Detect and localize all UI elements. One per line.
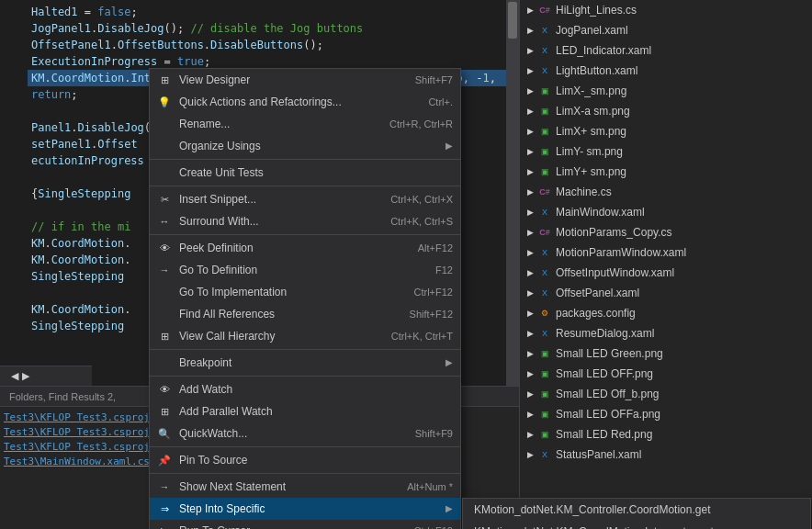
- submenu-item[interactable]: KMotion_dotNet.KM_Controller.CoordMotion…: [463, 499, 810, 521]
- menu-item-shortcut: Ctrl+F10: [414, 520, 454, 529]
- menu-item-icon: →: [157, 263, 172, 277]
- menu-item-arrow: ▶: [445, 498, 453, 520]
- file-icon: ▣: [537, 427, 552, 442]
- solution-item[interactable]: ▶ ▣ LimX-a sm.png: [520, 101, 812, 121]
- menu-item-view-designer[interactable]: ⊞ View Designer Shift+F7: [150, 69, 460, 91]
- menu-item-find-all-references[interactable]: Find All References Shift+F12: [150, 303, 460, 325]
- menu-item-label: Insert Snippet...: [179, 188, 383, 210]
- solution-item[interactable]: ▶ X MainWindow.xaml: [520, 202, 812, 222]
- file-icon: X: [537, 245, 552, 260]
- scrollbar-thumb[interactable]: [508, 2, 517, 39]
- vertical-scrollbar[interactable]: [506, 0, 519, 386]
- menu-item-label: Add Parallel Watch: [179, 400, 453, 422]
- menu-item-surround-with[interactable]: ↔ Surround With... Ctrl+K, Ctrl+S: [150, 210, 460, 232]
- solution-item[interactable]: ▶ ▣ LimX+ sm.png: [520, 121, 812, 141]
- file-name: LightButton.xaml: [556, 61, 637, 81]
- menu-separator: [150, 473, 460, 474]
- menu-item-arrow: ▶: [445, 135, 453, 157]
- menu-item-quickwatch[interactable]: 🔍 QuickWatch... Shift+F9: [150, 422, 460, 445]
- result-link[interactable]: Test3\KFLOP Test3.csproj: [4, 426, 150, 438]
- result-link[interactable]: Test3\MainWindow.xaml.cs: [4, 456, 150, 467]
- result-link[interactable]: Test3\KFLOP Test3.csproj: [4, 411, 150, 423]
- solution-item[interactable]: ▶ X LED_Indicator.xaml: [520, 40, 812, 61]
- solution-item[interactable]: ▶ ▣ Small LED Red.png: [520, 424, 812, 445]
- solution-item[interactable]: ▶ X OffsetInputWindow.xaml: [520, 263, 812, 283]
- solution-item[interactable]: ▶ C# HiLight_Lines.cs: [520, 0, 812, 20]
- menu-item-icon: 👁: [157, 382, 172, 397]
- menu-item-peek-definition[interactable]: 👁 Peek Definition Alt+F12: [150, 237, 460, 259]
- solution-item[interactable]: ▶ ⚙ packages.config: [520, 303, 812, 323]
- solution-item[interactable]: ▶ X MotionParamWindow.xaml: [520, 242, 812, 263]
- menu-item-label: Add Watch: [179, 378, 453, 400]
- menu-item-rename[interactable]: Rename... Ctrl+R, Ctrl+R: [150, 113, 460, 135]
- file-icon: X: [537, 265, 552, 280]
- solution-item[interactable]: ▶ C# Machine.cs: [520, 182, 812, 202]
- solution-item[interactable]: ▶ X JogPanel.xaml: [520, 20, 812, 40]
- menu-item-icon: 💡: [157, 95, 172, 109]
- tree-arrow: ▶: [527, 222, 534, 242]
- file-icon: ▣: [537, 346, 552, 361]
- solution-item[interactable]: ▶ X StatusPanel.xaml: [520, 445, 812, 465]
- solution-item[interactable]: ▶ X LightButton.xaml: [520, 61, 812, 81]
- menu-item-view-call-hierarchy[interactable]: ⊞ View Call Hierarchy Ctrl+K, Ctrl+T: [150, 325, 460, 347]
- solution-item[interactable]: ▶ ▣ LimY+ sm.png: [520, 162, 812, 182]
- menu-item-add-watch[interactable]: 👁 Add Watch: [150, 378, 460, 400]
- menu-item-icon: [157, 355, 172, 370]
- menu-item-run-to-cursor[interactable]: ▶ Run To Cursor Ctrl+F10: [150, 520, 460, 529]
- solution-item[interactable]: ▶ ▣ Small LED OFFa.png: [520, 404, 812, 424]
- solution-item[interactable]: ▶ ▣ LimX-_sm.png: [520, 81, 812, 101]
- file-name: MotionParams_Copy.cs: [556, 222, 672, 242]
- menu-item-insert-snippet[interactable]: ✂ Insert Snippet... Ctrl+K, Ctrl+X: [150, 188, 460, 210]
- file-name: OffsetPanel.xaml: [556, 283, 639, 303]
- menu-item-show-next-statement[interactable]: → Show Next Statement Alt+Num *: [150, 476, 460, 498]
- solution-item[interactable]: ▶ ▣ LimY- sm.png: [520, 141, 812, 162]
- menu-item-go-to-implementation[interactable]: Go To Implementation Ctrl+F12: [150, 281, 460, 303]
- menu-item-go-to-definition[interactable]: → Go To Definition F12: [150, 259, 460, 281]
- result-link[interactable]: Test3\KFLOP Test3.csproj: [4, 441, 150, 453]
- menu-item-icon: [157, 165, 172, 180]
- menu-separator: [150, 446, 460, 447]
- file-icon: ⚙: [537, 306, 552, 321]
- tree-arrow: ▶: [527, 101, 534, 121]
- menu-item-label: View Designer: [179, 69, 408, 91]
- tree-arrow: ▶: [527, 0, 534, 20]
- menu-item-step-into-specific[interactable]: ⇒ Step Into Specific ▶ KMotion_dotNet.KM…: [150, 498, 460, 520]
- menu-item-add-parallel-watch[interactable]: ⊞ Add Parallel Watch: [150, 400, 460, 422]
- menu-item-quick-actions[interactable]: 💡 Quick Actions and Refactorings... Ctrl…: [150, 91, 460, 113]
- menu-item-shortcut: Ctrl+K, Ctrl+T: [391, 325, 453, 347]
- file-icon: C#: [537, 225, 552, 240]
- file-name: Small LED Green.png: [556, 343, 663, 364]
- tab-folders[interactable]: Folders, Find Results 2,: [0, 387, 125, 407]
- tree-arrow: ▶: [527, 141, 534, 162]
- menu-item-shortcut: Alt+F12: [418, 237, 453, 259]
- menu-item-pin-to-source[interactable]: 📌 Pin To Source: [150, 449, 460, 471]
- file-name: packages.config: [556, 303, 636, 323]
- solution-item[interactable]: ▶ ▣ Small LED OFF.png: [520, 364, 812, 384]
- menu-item-create-unit-tests[interactable]: Create Unit Tests: [150, 162, 460, 184]
- solution-item[interactable]: ▶ ▣ Small LED Off_b.png: [520, 384, 812, 404]
- scroll-left-btn[interactable]: ◀: [11, 370, 18, 382]
- inline-comment-text: buttons: [317, 22, 364, 35]
- menu-item-shortcut: Alt+Num *: [407, 476, 453, 498]
- file-icon: X: [537, 43, 552, 58]
- solution-item[interactable]: ▶ ▣ Small LED Green.png: [520, 343, 812, 364]
- solution-item[interactable]: ▶ X ResumeDialog.xaml: [520, 323, 812, 343]
- file-icon: C#: [537, 3, 552, 17]
- tree-arrow: ▶: [527, 121, 534, 141]
- menu-item-label: Step Into Specific: [179, 498, 438, 520]
- menu-item-label: Show Next Statement: [179, 476, 400, 498]
- tree-arrow: ▶: [527, 404, 534, 424]
- solution-item[interactable]: ▶ X OffsetPanel.xaml: [520, 283, 812, 303]
- solution-item[interactable]: ▶ C# MotionParams_Copy.cs: [520, 222, 812, 242]
- menu-item-breakpoint[interactable]: Breakpoint ▶: [150, 352, 460, 374]
- menu-item-icon: ✂: [157, 192, 172, 207]
- menu-item-label: Find All References: [179, 303, 402, 325]
- submenu-item[interactable]: KMotion_dotNet.KM_CoordMotion.Interprete…: [463, 521, 810, 529]
- tree-arrow: ▶: [527, 40, 534, 61]
- scroll-right-btn[interactable]: ▶: [22, 370, 29, 382]
- menu-item-organize-usings[interactable]: Organize Usings ▶: [150, 135, 460, 157]
- context-menu[interactable]: ⊞ View Designer Shift+F7 💡 Quick Actions…: [149, 68, 461, 529]
- tree-arrow: ▶: [527, 162, 534, 182]
- file-name: LimY- sm.png: [556, 141, 623, 162]
- menu-separator: [150, 349, 460, 350]
